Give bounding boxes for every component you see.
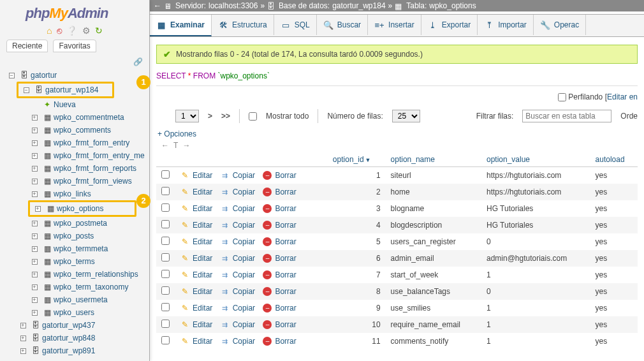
- row-checkbox[interactable]: [161, 286, 170, 295]
- copy-link[interactable]: Copiar: [233, 188, 255, 196]
- expand-icon[interactable]: +: [32, 310, 38, 316]
- copy-link[interactable]: Copiar: [233, 171, 255, 180]
- row-checkbox[interactable]: [161, 187, 170, 195]
- row-checkbox[interactable]: [161, 320, 170, 328]
- edit-link[interactable]: Editar: [193, 188, 212, 196]
- copy-link[interactable]: Copiar: [233, 320, 255, 329]
- tab-sql[interactable]: ▭SQL: [274, 15, 317, 35]
- delete-link[interactable]: Borrar: [275, 237, 296, 246]
- tree-db-label[interactable]: gatortur_wp437: [42, 319, 95, 332]
- row-checkbox[interactable]: [161, 253, 170, 262]
- tree-table-label[interactable]: wpko_terms: [54, 255, 95, 268]
- next-page-button[interactable]: >: [208, 112, 212, 121]
- tab-operac[interactable]: 🔧Operac: [534, 15, 586, 35]
- expand-icon[interactable]: +: [32, 153, 38, 159]
- edit-link[interactable]: Editar: [193, 337, 212, 346]
- edit-link[interactable]: Editar: [193, 320, 212, 329]
- col-option-value[interactable]: option_value: [487, 155, 530, 164]
- filter-input[interactable]: [522, 110, 611, 122]
- bc-server[interactable]: localhost:3306: [209, 1, 258, 10]
- expand-icon[interactable]: +: [32, 191, 38, 197]
- tree-table-label[interactable]: wpko_usermeta: [54, 293, 108, 306]
- link-icon[interactable]: 🔗: [133, 57, 143, 66]
- delete-link[interactable]: Borrar: [275, 171, 296, 180]
- expand-icon[interactable]: +: [32, 115, 38, 121]
- tree-table-label[interactable]: wpko_frmt_form_entry: [54, 136, 129, 149]
- expand-icon[interactable]: +: [32, 179, 38, 184]
- row-checkbox[interactable]: [161, 303, 170, 311]
- expand-icon[interactable]: +: [20, 323, 26, 328]
- tree-new-label[interactable]: Nueva: [54, 98, 76, 111]
- expand-icon[interactable]: +: [35, 206, 41, 212]
- tree-table-label[interactable]: wpko_comments: [54, 124, 111, 136]
- bc-db[interactable]: gatortur_wp184: [332, 1, 385, 10]
- tree-db-label[interactable]: gatortur_wp184: [45, 84, 98, 96]
- tree-table-label[interactable]: wpko_postmeta: [54, 217, 107, 230]
- tab-recent[interactable]: Reciente: [6, 40, 48, 52]
- copy-link[interactable]: Copiar: [233, 337, 255, 346]
- expand-icon[interactable]: +: [32, 284, 38, 290]
- delete-link[interactable]: Borrar: [275, 337, 296, 346]
- col-autoload[interactable]: autoload: [596, 155, 625, 164]
- tab-examinar[interactable]: ▦Examinar: [150, 15, 212, 36]
- options-toggle[interactable]: + Opciones: [156, 128, 638, 140]
- rows-select[interactable]: 25: [392, 110, 420, 122]
- col-option-name[interactable]: option_name: [391, 155, 435, 164]
- edit-link[interactable]: Editar: [193, 270, 212, 279]
- tree-table-label[interactable]: wpko_links: [54, 188, 91, 200]
- edit-link[interactable]: Editar: [193, 171, 212, 180]
- tab-exportar[interactable]: ⤓Exportar: [421, 15, 478, 35]
- tree-table[interactable]: +▦wpko_termmeta: [28, 242, 149, 255]
- tree-table[interactable]: +▦wpko_links: [28, 188, 149, 200]
- row-checkbox[interactable]: [161, 237, 170, 245]
- delete-link[interactable]: Borrar: [275, 287, 296, 296]
- profiling-checkbox[interactable]: [558, 93, 566, 101]
- row-checkbox[interactable]: [161, 170, 170, 179]
- tree-table[interactable]: +▦wpko_options 2: [28, 200, 149, 217]
- col-option-id[interactable]: option_id: [333, 155, 364, 164]
- bc-table[interactable]: wpko_options: [429, 1, 476, 10]
- expand-icon[interactable]: +: [32, 140, 38, 146]
- docs-icon[interactable]: ❔: [66, 26, 77, 36]
- page-select[interactable]: 1: [175, 110, 199, 122]
- logout-icon[interactable]: ⎋: [57, 26, 62, 36]
- tree-table[interactable]: +▦wpko_frmt_form_entry_me: [28, 149, 149, 162]
- row-checkbox[interactable]: [161, 220, 170, 228]
- expand-icon[interactable]: +: [32, 233, 38, 239]
- delete-link[interactable]: Borrar: [275, 221, 296, 230]
- delete-link[interactable]: Borrar: [275, 188, 296, 196]
- tree-new[interactable]: ✦ Nueva: [28, 98, 149, 111]
- tree-table-label[interactable]: wpko_term_relationships: [54, 268, 138, 281]
- delete-link[interactable]: Borrar: [275, 270, 296, 279]
- tree-table-label[interactable]: wpko_term_taxonomy: [54, 281, 128, 293]
- tree-table[interactable]: +▦wpko_postmeta: [28, 217, 149, 230]
- collapse-icon[interactable]: −: [24, 87, 29, 93]
- delete-link[interactable]: Borrar: [275, 320, 296, 329]
- expand-icon[interactable]: +: [20, 335, 26, 341]
- reload-icon[interactable]: ↻: [95, 26, 103, 36]
- tab-estructura[interactable]: 🛠Estructura: [212, 15, 274, 35]
- tree-db-highlighted[interactable]: − 🗄 gatortur_wp184 1: [17, 82, 149, 98]
- tree-db-label[interactable]: gatortur_wp848: [42, 332, 95, 344]
- row-checkbox[interactable]: [161, 203, 170, 212]
- nav-toggle-icon[interactable]: ←: [154, 1, 161, 10]
- edit-link[interactable]: Editar: [193, 221, 212, 230]
- copy-link[interactable]: Copiar: [233, 270, 255, 279]
- copy-link[interactable]: Copiar: [233, 221, 255, 230]
- tree-table[interactable]: +▦wpko_frmt_form_views: [28, 175, 149, 188]
- delete-link[interactable]: Borrar: [275, 254, 296, 263]
- edit-link[interactable]: Editar: [193, 204, 212, 213]
- tree-table-label[interactable]: wpko_posts: [54, 230, 94, 242]
- tree-table-label[interactable]: wpko_frmt_form_views: [54, 175, 132, 188]
- tree-table[interactable]: +▦wpko_frmt_form_entry: [28, 136, 149, 149]
- copy-link[interactable]: Copiar: [233, 237, 255, 246]
- tree-table[interactable]: +▦wpko_term_taxonomy: [28, 281, 149, 293]
- edit-link[interactable]: Editar: [193, 254, 212, 263]
- delete-link[interactable]: Borrar: [275, 304, 296, 313]
- tree-table-label[interactable]: wpko_options: [57, 202, 103, 215]
- tree-table[interactable]: +▦wpko_users: [28, 306, 149, 319]
- edit-inline-link[interactable]: Editar en: [607, 92, 638, 101]
- tree-db-label[interactable]: gatortur_wp891: [42, 344, 95, 357]
- row-checkbox[interactable]: [161, 270, 170, 278]
- edit-link[interactable]: Editar: [193, 287, 212, 296]
